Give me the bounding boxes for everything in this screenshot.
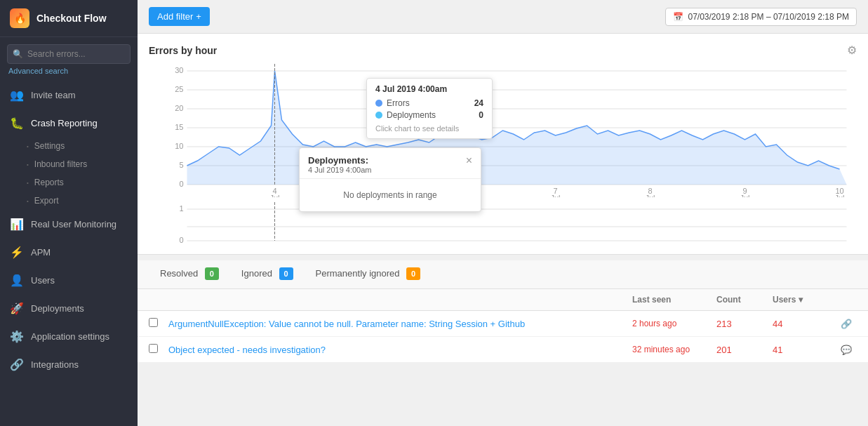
tooltip-errors-row: Errors 24 [375, 98, 483, 108]
error-link-1[interactable]: ArgumentNullException: Value cannot be n… [168, 319, 525, 329]
sidebar-item-apm[interactable]: ⚡ APM [0, 238, 138, 266]
sidebar-title: Checkout Flow [36, 13, 107, 24]
sidebar-subitem-export[interactable]: Export [7, 192, 138, 210]
chart-header: Errors by hour ⚙ [149, 44, 857, 57]
sidebar-item-integrations[interactable]: 🔗 Integrations [0, 350, 138, 378]
deployments-mini-chart: 1 0 [149, 202, 857, 244]
th-users-sort-icon: ▾ [799, 295, 803, 305]
sidebar-item-application-settings[interactable]: ⚙️ Application settings [0, 322, 138, 350]
deployments-popup-body: No deployments in range [300, 179, 481, 211]
sidebar: 🔥 Checkout Flow 🔍 Advanced search 👥 Invi… [0, 0, 138, 426]
search-input[interactable] [7, 44, 131, 64]
svg-text:0: 0 [179, 236, 183, 244]
sidebar-item-real-user-monitoring[interactable]: 📊 Real User Monitoring [0, 210, 138, 238]
tooltip-deployments-row: Deployments 0 [375, 110, 483, 120]
users-icon: 👤 [10, 273, 24, 287]
svg-text:Jul: Jul [740, 194, 749, 197]
sidebar-subitem-settings[interactable]: Settings [7, 137, 138, 155]
date-range-selector[interactable]: 📅 07/03/2019 2:18 PM – 07/10/2019 2:18 P… [665, 8, 857, 26]
deployments-popup-header: Deployments: 4 Jul 2019 4:00am × [300, 148, 481, 179]
advanced-search-link[interactable]: Advanced search [0, 65, 138, 81]
deployments-close-button[interactable]: × [466, 155, 472, 166]
svg-text:0: 0 [179, 180, 183, 188]
th-users[interactable]: Users ▾ [773, 295, 836, 305]
td-count-2: 201 [716, 345, 773, 355]
application-settings-icon: ⚙️ [10, 329, 24, 343]
search-box: 🔍 [7, 44, 131, 64]
chart-tooltip: 4 Jul 2019 4:00am Errors 24 Deployments … [366, 78, 493, 139]
main-content: Add filter + 📅 07/03/2019 2:18 PM – 07/1… [138, 0, 868, 426]
tooltip-errors-dot [375, 100, 382, 107]
sidebar-subitem-inbound-filters[interactable]: Inbound filters [7, 155, 138, 173]
tab-ignored-label: Ignored [241, 268, 272, 279]
tab-resolved[interactable]: Resolved 0 [149, 260, 230, 288]
sidebar-item-label: Invite team [31, 90, 76, 100]
error-link-2[interactable]: Object expected - needs investigation? [168, 345, 326, 355]
invite-team-icon: 👥 [10, 88, 24, 102]
row-checkbox-1[interactable] [149, 318, 158, 327]
svg-text:Jul: Jul [550, 194, 560, 197]
sidebar-item-invite-team[interactable]: 👥 Invite team [0, 81, 138, 109]
sidebar-item-label: APM [31, 247, 51, 258]
tooltip-deployments-value: 0 [479, 110, 483, 120]
tab-ignored[interactable]: Ignored 0 [230, 260, 305, 288]
td-count-1: 213 [716, 319, 773, 329]
svg-text:25: 25 [175, 85, 183, 93]
tab-resolved-label: Resolved [160, 268, 198, 279]
tab-permanently-ignored-label: Permanently ignored [316, 268, 400, 279]
sidebar-item-label: Users [31, 275, 55, 286]
sidebar-item-label: Crash Reporting [31, 118, 98, 128]
deployments-popup: Deployments: 4 Jul 2019 4:00am × No depl… [299, 147, 481, 212]
td-actions-1[interactable]: 🔗 [836, 319, 857, 329]
td-error-2: Object expected - needs investigation? [168, 345, 632, 355]
add-filter-button[interactable]: Add filter + [149, 7, 210, 26]
errors-by-hour-chart: Errors by hour ⚙ 30 25 20 [138, 34, 868, 255]
errors-chart-svg: 30 25 20 15 10 5 0 4 Jul 5 [149, 64, 857, 197]
td-checkbox-2[interactable] [149, 344, 168, 355]
sidebar-item-crash-reporting[interactable]: 🐛 Crash Reporting [0, 109, 138, 137]
td-last-seen-2: 32 minutes ago [632, 345, 716, 354]
svg-text:20: 20 [175, 104, 183, 112]
svg-text:Jul: Jul [645, 194, 655, 197]
td-last-seen-1: 2 hours ago [632, 319, 716, 328]
crash-reporting-subnav: Settings Inbound filters Reports Export [0, 137, 138, 210]
add-filter-icon: + [196, 11, 201, 22]
add-filter-label: Add filter [157, 11, 193, 22]
th-count: Count [716, 295, 773, 305]
chart-svg-wrapper[interactable]: 30 25 20 15 10 5 0 4 Jul 5 [149, 64, 857, 199]
row-checkbox-2[interactable] [149, 344, 158, 353]
rum-icon: 📊 [10, 217, 24, 231]
tab-resolved-badge: 0 [205, 267, 219, 280]
chart-settings-icon[interactable]: ⚙ [847, 44, 857, 57]
svg-text:1: 1 [179, 204, 183, 213]
sidebar-item-label: Real User Monitoring [31, 219, 116, 229]
deployments-popup-date: 4 Jul 2019 4:00am [308, 166, 372, 174]
sidebar-logo-area: 🔥 Checkout Flow [0, 0, 138, 37]
tab-permanently-ignored-badge: 0 [406, 267, 420, 280]
errors-tabs: Resolved 0 Ignored 0 Permanently ignored… [138, 260, 868, 289]
tooltip-errors-value: 24 [474, 98, 483, 108]
svg-text:5: 5 [179, 161, 183, 169]
svg-text:15: 15 [175, 123, 183, 131]
th-last-seen: Last seen [632, 295, 716, 305]
tab-permanently-ignored[interactable]: Permanently ignored 0 [305, 260, 432, 288]
table-row: Object expected - needs investigation? 3… [138, 337, 868, 363]
table-header: Last seen Count Users ▾ [138, 289, 868, 311]
deployments-popup-title-area: Deployments: 4 Jul 2019 4:00am [308, 155, 372, 174]
table-row: ArgumentNullException: Value cannot be n… [138, 311, 868, 337]
tooltip-hint: Click chart to see details [375, 124, 483, 133]
td-users-1: 44 [773, 319, 836, 329]
sidebar-item-label: Integrations [31, 359, 79, 370]
sidebar-item-users[interactable]: 👤 Users [0, 266, 138, 294]
sidebar-subitem-reports[interactable]: Reports [7, 173, 138, 192]
td-actions-2[interactable]: 💬 [836, 345, 857, 355]
tooltip-deployments-dot [375, 112, 382, 119]
top-bar: Add filter + 📅 07/03/2019 2:18 PM – 07/1… [138, 0, 868, 34]
deployments-icon: 🚀 [10, 301, 24, 315]
sidebar-item-deployments[interactable]: 🚀 Deployments [0, 294, 138, 322]
svg-text:30: 30 [175, 66, 183, 74]
td-checkbox-1[interactable] [149, 318, 168, 329]
deployments-empty-message: No deployments in range [343, 190, 436, 200]
tab-ignored-badge: 0 [279, 267, 293, 280]
sidebar-item-label: Application settings [31, 331, 109, 342]
